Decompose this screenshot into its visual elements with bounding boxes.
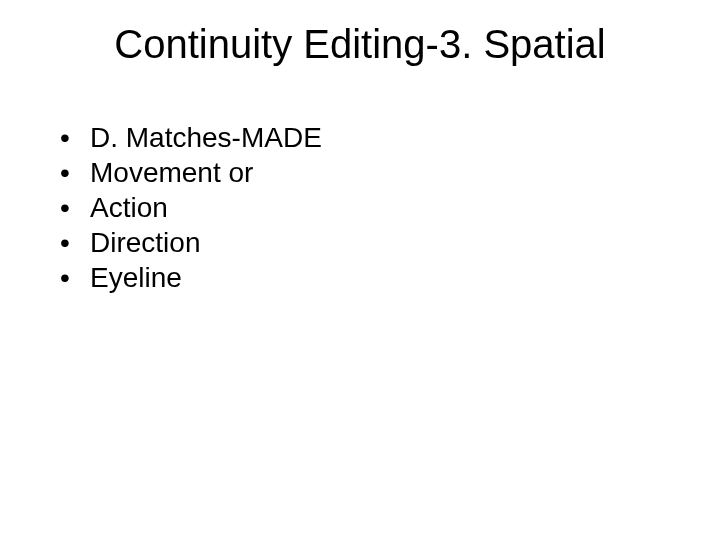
bullet-text: Movement or [90,155,322,190]
bullet-text: D. Matches-MADE [90,120,322,155]
bullet-icon: • [60,225,90,260]
slide-body: • D. Matches-MADE • Movement or • Action… [60,120,322,295]
bullet-icon: • [60,260,90,295]
list-item: • Movement or [60,155,322,190]
list-item: • Eyeline [60,260,322,295]
bullet-text: Direction [90,225,322,260]
bullet-icon: • [60,120,90,155]
list-item: • Direction [60,225,322,260]
slide-title: Continuity Editing-3. Spatial [0,22,720,67]
list-item: • Action [60,190,322,225]
bullet-text: Eyeline [90,260,322,295]
bullet-icon: • [60,190,90,225]
list-item: • D. Matches-MADE [60,120,322,155]
bullet-text: Action [90,190,322,225]
slide: Continuity Editing-3. Spatial • D. Match… [0,0,720,540]
bullet-icon: • [60,155,90,190]
